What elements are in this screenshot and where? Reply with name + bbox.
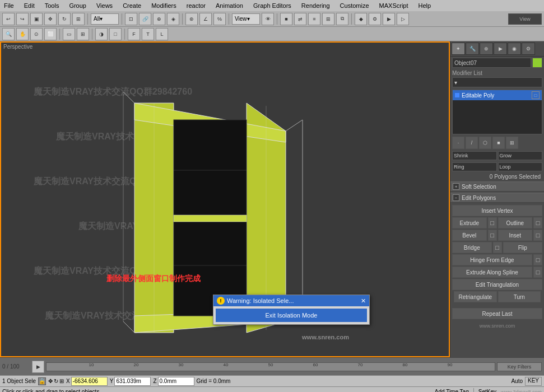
wireframe-btn[interactable]: □	[109, 28, 122, 40]
extrude-btn[interactable]: Extrude	[452, 217, 487, 228]
shading-btn[interactable]: ◑	[95, 28, 108, 40]
menu-graph-editors[interactable]: Graph Editors	[252, 2, 293, 10]
soft-selection-toggle[interactable]: +	[453, 183, 459, 190]
add-time-tag[interactable]: Add Time Tag	[435, 389, 469, 392]
menu-tools[interactable]: Tools	[43, 2, 61, 10]
x-input[interactable]	[71, 377, 108, 386]
hinge-settings-btn[interactable]: □	[533, 254, 542, 265]
left-view-btn[interactable]: L	[156, 28, 168, 40]
outline-settings-btn[interactable]: □	[533, 217, 542, 228]
clone-btn[interactable]: ⧉	[336, 13, 348, 25]
angle-snap-btn[interactable]: ∠	[199, 13, 212, 25]
loop-dropdown[interactable]: Loop	[498, 162, 543, 171]
menu-edit[interactable]: Edit	[22, 2, 36, 10]
menu-help[interactable]: Help	[417, 2, 433, 10]
key-btn[interactable]: KEY	[525, 377, 542, 386]
percent-snap-btn[interactable]: %	[213, 13, 226, 25]
polygon-btn[interactable]: ■	[492, 137, 505, 149]
edit-triangulation-btn[interactable]: Edit Triangulation	[452, 279, 542, 290]
object-name-input[interactable]	[452, 58, 531, 68]
menu-modifiers[interactable]: Modifiers	[150, 2, 178, 10]
view-btn2[interactable]: 👁	[262, 13, 274, 25]
object-color-swatch[interactable]	[532, 58, 542, 68]
create-panel-icon[interactable]: ✦	[452, 43, 465, 55]
inset-btn[interactable]: Inset	[498, 230, 533, 241]
orbit-btn[interactable]: ⊙	[30, 28, 43, 40]
move-btn[interactable]: ✥	[44, 13, 57, 25]
menu-customize[interactable]: Customize	[338, 2, 371, 10]
rotate-icon[interactable]: ↻	[54, 378, 58, 384]
shrink-dropdown[interactable]: Shrink	[452, 151, 497, 160]
render-btn[interactable]: ▶	[383, 13, 395, 25]
bridge-btn[interactable]: Bridge	[452, 242, 492, 253]
select-region-btn[interactable]: ▭	[63, 28, 75, 40]
spacing-btn[interactable]: ⊞	[322, 13, 334, 25]
pan-btn[interactable]: ✋	[16, 28, 29, 40]
outline-btn[interactable]: Outline	[498, 217, 533, 228]
bevel-settings-btn[interactable]: □	[488, 230, 497, 241]
modify-panel-icon[interactable]: 🔧	[466, 43, 479, 55]
menu-create[interactable]: Create	[121, 2, 143, 10]
flip-btn[interactable]: Flip	[503, 242, 543, 253]
motion-panel-icon[interactable]: ▶	[494, 43, 507, 55]
render-setup-btn[interactable]: ⚙	[369, 13, 381, 25]
stack-item-expand[interactable]: □	[532, 91, 540, 99]
edit-polygons-header[interactable]: − Edit Polygons	[450, 193, 544, 203]
select-obj-btn[interactable]: ⊡	[125, 13, 137, 25]
snap-btn[interactable]: ⊛	[185, 13, 198, 25]
play-btn[interactable]: ▶	[32, 361, 44, 373]
key-filters-btn[interactable]: Key Filters	[497, 362, 542, 371]
link-btn[interactable]: 🔗	[139, 13, 151, 25]
hierarchy-panel-icon[interactable]: ⊕	[480, 43, 493, 55]
quick-render-btn[interactable]: ▷	[397, 13, 409, 25]
top-view-btn[interactable]: T	[142, 28, 154, 40]
zoom-btn[interactable]: 🔍	[2, 28, 15, 40]
rotate-btn[interactable]: ↻	[58, 13, 71, 25]
edge-btn[interactable]: /	[466, 137, 478, 149]
y-input[interactable]	[114, 377, 151, 386]
redo-btn[interactable]: ↪	[16, 13, 29, 25]
hinge-btn[interactable]: Hinge From Edge	[452, 254, 532, 265]
window-cross-btn[interactable]: ⊞	[77, 28, 89, 40]
undo-btn[interactable]: ↩	[2, 13, 15, 25]
vertex-btn[interactable]: ·	[452, 137, 464, 149]
extrude-spline-btn[interactable]: Extrude Along Spline	[452, 267, 532, 278]
insert-vertex-btn[interactable]: Insert Vertex	[452, 205, 542, 216]
bind-btn[interactable]: ⊕	[153, 13, 165, 25]
ring-dropdown[interactable]: Ring	[452, 162, 497, 171]
retriangulate-btn[interactable]: Retriangulate	[454, 291, 497, 302]
border-btn[interactable]: ⬡	[479, 137, 491, 149]
display-panel-icon[interactable]: ◉	[508, 43, 521, 55]
named-sel-btn[interactable]: ■	[280, 13, 292, 25]
bevel-btn[interactable]: Bevel	[452, 230, 487, 241]
align-btn[interactable]: ≡	[308, 13, 320, 25]
menu-group[interactable]: Group	[67, 2, 88, 10]
menu-file[interactable]: File	[2, 2, 16, 10]
menu-views[interactable]: Views	[95, 2, 114, 10]
extrude-spline-settings-btn[interactable]: □	[533, 267, 542, 278]
menu-maxscript[interactable]: MAXScript	[378, 2, 410, 10]
edit-polygons-toggle[interactable]: −	[453, 194, 459, 201]
modifier-list-dropdown[interactable]: ▾	[452, 77, 542, 87]
scale-icon[interactable]: ⊞	[59, 378, 64, 384]
view-dropdown[interactable]: View▾	[232, 13, 260, 25]
stack-item-editable-poly[interactable]: Editable Poly □	[453, 90, 542, 100]
repeat-last-btn[interactable]: Repeat Last	[452, 308, 542, 319]
timeline-bar[interactable]: 10 20 30 40 50 60 70 80 90	[46, 362, 495, 371]
menu-rendering[interactable]: Rendering	[300, 2, 332, 10]
menu-reactor[interactable]: reactor	[185, 2, 207, 10]
menu-animation[interactable]: Animation	[214, 2, 245, 10]
maximize-btn[interactable]: ⬜	[44, 28, 57, 40]
inset-settings-btn[interactable]: □	[533, 230, 542, 241]
mirror-btn[interactable]: ⇌	[294, 13, 306, 25]
lock-btn[interactable]: 🔒	[38, 377, 46, 385]
extrude-settings-btn[interactable]: □	[488, 217, 497, 228]
select-btn[interactable]: ▣	[30, 13, 43, 25]
grow-dropdown[interactable]: Grow	[498, 151, 543, 160]
move-icon[interactable]: ✥	[48, 378, 53, 384]
scale-btn[interactable]: ⊞	[72, 13, 85, 25]
utilities-panel-icon[interactable]: ⚙	[522, 43, 535, 55]
filter-dropdown[interactable]: All▾	[91, 13, 119, 25]
soft-selection-header[interactable]: + Soft Selection	[450, 181, 544, 192]
bridge-settings-btn[interactable]: □	[493, 242, 502, 253]
